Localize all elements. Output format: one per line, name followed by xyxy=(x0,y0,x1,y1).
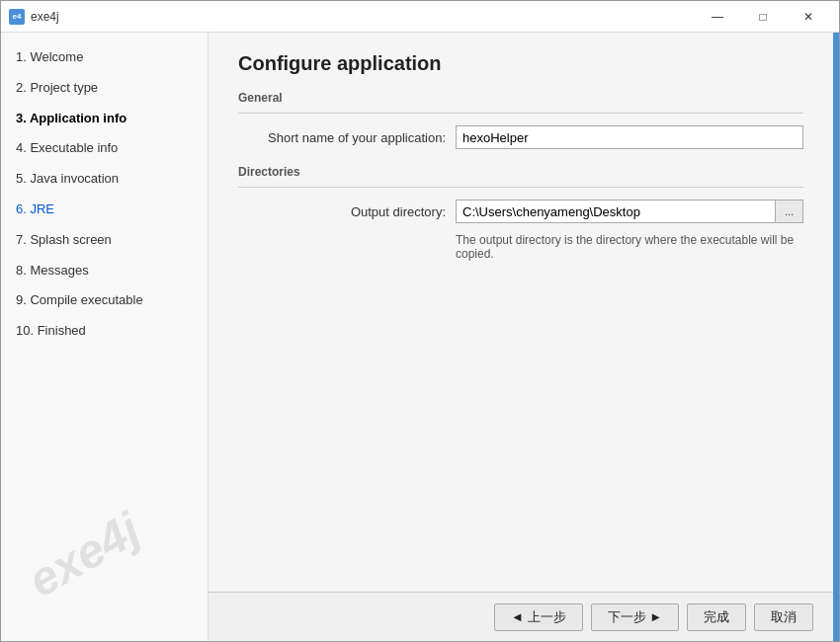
directories-section-header: Directories xyxy=(238,165,803,179)
main-content: Configure application General Short name… xyxy=(209,33,833,592)
directories-divider xyxy=(238,187,803,188)
app-name-label: Short name of your application: xyxy=(238,130,456,145)
sidebar-item-compile-executable[interactable]: 9. Compile executable xyxy=(1,285,208,316)
page-title: Configure application xyxy=(238,52,803,75)
directories-section: Directories Output directory: ... The ou… xyxy=(238,165,803,261)
sidebar-item-splash-screen[interactable]: 7. Splash screen xyxy=(1,225,208,256)
right-accent-bar xyxy=(833,33,839,641)
sidebar-item-jre[interactable]: 6. JRE xyxy=(1,195,208,225)
maximize-button[interactable]: □ xyxy=(740,1,786,33)
sidebar-item-welcome[interactable]: 1. Welcome xyxy=(1,42,208,73)
output-dir-hint: The output directory is the directory wh… xyxy=(456,233,803,261)
output-dir-input-group: ... xyxy=(456,200,803,223)
sidebar-item-messages[interactable]: 8. Messages xyxy=(1,256,208,286)
cancel-button[interactable]: 取消 xyxy=(754,603,813,631)
sidebar-item-java-invocation[interactable]: 5. Java invocation xyxy=(1,164,208,195)
footer: ◄ 上一步 下一步 ► 完成 取消 xyxy=(209,592,833,641)
sidebar-item-project-type[interactable]: 2. Project type xyxy=(1,73,208,104)
sidebar-item-finished[interactable]: 10. Finished xyxy=(1,316,208,347)
app-icon: e4 xyxy=(9,9,25,25)
sidebar-item-application-info[interactable]: 3. Application info xyxy=(1,104,208,134)
app-name-row: Short name of your application: xyxy=(238,125,803,149)
main-panel: Configure application General Short name… xyxy=(209,33,833,641)
close-button[interactable]: ✕ xyxy=(786,1,831,33)
general-divider xyxy=(238,113,803,114)
sidebar-item-executable-info[interactable]: 4. Executable info xyxy=(1,133,208,164)
finish-button[interactable]: 完成 xyxy=(687,603,746,631)
next-button[interactable]: 下一步 ► xyxy=(591,603,679,631)
minimize-button[interactable]: — xyxy=(695,1,740,33)
window-title: exe4j xyxy=(31,10,695,24)
window-controls: — □ ✕ xyxy=(695,1,831,33)
back-button[interactable]: ◄ 上一步 xyxy=(494,603,582,631)
general-section: General Short name of your application: xyxy=(238,91,803,149)
output-dir-label: Output directory: xyxy=(238,204,456,219)
output-dir-input[interactable] xyxy=(456,200,776,223)
title-bar: e4 exe4j — □ ✕ xyxy=(1,1,839,33)
main-window: e4 exe4j — □ ✕ 1. Welcome 2. Project typ… xyxy=(0,0,840,642)
general-section-header: General xyxy=(238,91,803,105)
browse-button[interactable]: ... xyxy=(776,200,803,223)
app-name-input[interactable] xyxy=(456,125,803,149)
watermark: exe4j xyxy=(19,502,149,608)
content-area: 1. Welcome 2. Project type 3. Applicatio… xyxy=(1,33,839,641)
output-dir-row: Output directory: ... xyxy=(238,200,803,223)
sidebar: 1. Welcome 2. Project type 3. Applicatio… xyxy=(1,33,209,641)
